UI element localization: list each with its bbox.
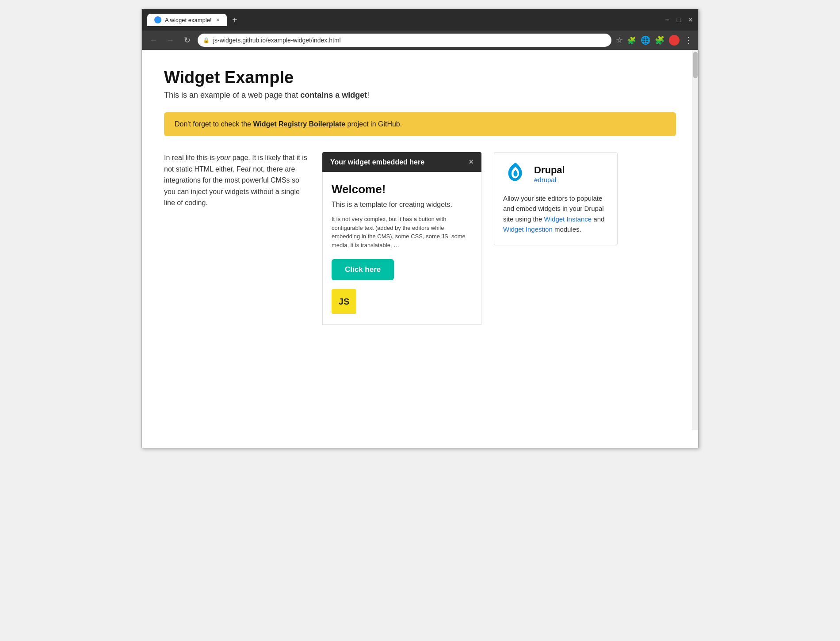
notice-text-before: Don't forget to check the [175,120,253,128]
maximize-button[interactable]: □ [677,16,681,24]
drupal-name-group: Drupal #drupal [534,164,565,183]
globe-icon[interactable]: 🌐 [641,35,650,45]
widget-small-description: It is not very complex, but it has a but… [332,215,472,249]
widget-instance-link[interactable]: Widget Instance [544,215,592,223]
notice-text-after: project in GitHub. [345,120,402,128]
page-subtitle: This is an example of a web page that co… [164,91,676,100]
toolbar-icons: ☆ 🧩 🌐 🧩 ⋮ [616,35,693,46]
left-text-before: In real life this is [164,154,217,161]
widget-close-button[interactable]: × [469,157,473,167]
tab-favicon: 🌐 [154,16,161,23]
drupal-card: Drupal #drupal Allow your site editors t… [494,152,618,245]
widget-panel: Your widget embedded here × Welcome! Thi… [322,152,481,325]
scrollbar-thumb[interactable] [693,52,698,78]
bookmark-icon[interactable]: ☆ [616,35,623,45]
left-text-italic: your [217,154,230,161]
minimize-button[interactable]: − [665,15,670,25]
tab-close-button[interactable]: × [216,16,220,23]
back-button[interactable]: ← [147,36,160,45]
subtitle-bold: contains a widget [300,91,367,99]
drupal-tag: #drupal [534,176,565,183]
puzzle-icon[interactable]: 🧩 [655,35,664,45]
window-controls: − □ × [665,15,693,25]
close-button[interactable]: × [688,15,693,25]
refresh-button[interactable]: ↻ [181,35,193,45]
main-content: In real life this is your page. It is li… [164,152,676,325]
widget-header: Your widget embedded here × [322,152,481,172]
scrollbar-track[interactable] [692,50,698,430]
notice-banner: Don't forget to check the Widget Registr… [164,112,676,136]
js-badge: JS [332,289,356,314]
click-here-button[interactable]: Click here [332,259,394,280]
widget-header-label: Your widget embedded here [330,158,424,166]
page-content: Widget Example This is an example of a w… [142,50,698,448]
left-text-after: page. It is likely that it is not static… [164,154,307,206]
widget-welcome: Welcome! [332,183,472,196]
lock-icon: 🔒 [203,37,210,43]
page-title: Widget Example [164,68,676,87]
widget-body: Welcome! This is a template for creating… [322,172,481,325]
widget-description: This is a template for creating widgets. [332,201,472,209]
drupal-logo-icon [503,161,528,186]
browser-toolbar: ← → ↻ 🔒 js-widgets.github.io/example-wid… [142,31,698,50]
extension-icon[interactable]: 🧩 [627,36,636,45]
drupal-desc-after: modules. [553,225,581,233]
profile-icon[interactable] [669,35,680,46]
drupal-header: Drupal #drupal [503,161,608,186]
left-column: In real life this is your page. It is li… [164,152,310,209]
forward-button[interactable]: → [164,36,176,45]
browser-tab[interactable]: 🌐 A widget example! × [147,14,227,26]
tab-title: A widget example! [165,17,212,23]
drupal-desc-mid: and [592,215,604,223]
subtitle-after: ! [367,91,369,99]
browser-titlebar: 🌐 A widget example! × + − □ × [142,9,698,31]
url-text: js-widgets.github.io/example-widget/inde… [213,37,341,44]
drupal-description: Allow your site editors to populate and … [503,193,608,234]
address-bar[interactable]: 🔒 js-widgets.github.io/example-widget/in… [198,34,611,47]
new-tab-button[interactable]: + [232,15,237,25]
subtitle-before: This is an example of a web page that [164,91,300,99]
drupal-title: Drupal [534,164,565,176]
widget-ingestion-link[interactable]: Widget Ingestion [503,225,553,233]
notice-link[interactable]: Widget Registry Boilerplate [253,120,345,128]
more-menu-button[interactable]: ⋮ [684,35,693,46]
